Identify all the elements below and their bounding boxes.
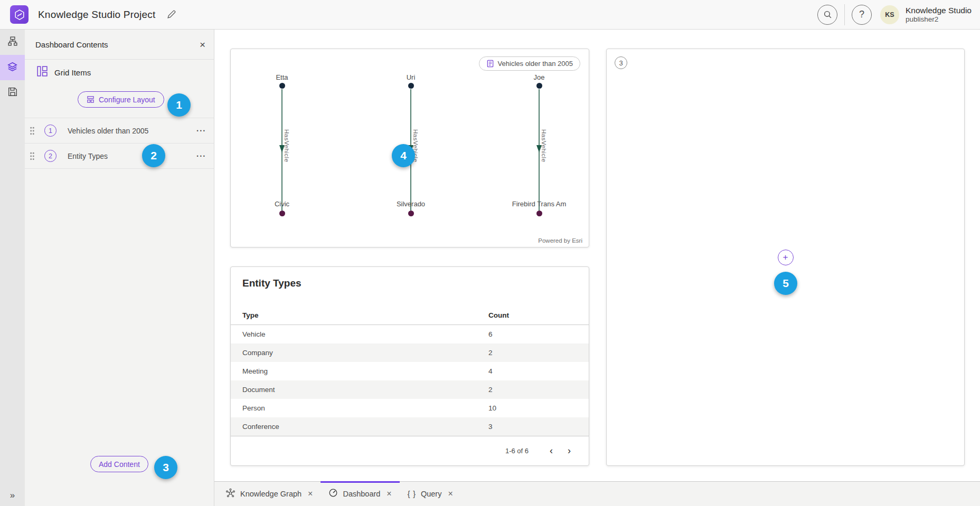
cell-count: 4 xyxy=(488,367,577,375)
table-header-row: Type Count xyxy=(231,305,589,324)
close-icon[interactable]: × xyxy=(200,40,205,50)
cell-count: 10 xyxy=(488,404,577,412)
empty-grid-slot-card[interactable]: 3 + xyxy=(606,49,965,466)
user-info[interactable]: Knowledge Studio publisher2 xyxy=(906,6,972,23)
dashboard-canvas: Vehicles older than 2005 Etta HasVehicle… xyxy=(214,30,980,481)
cell-type: Vehicle xyxy=(242,330,488,338)
cell-type: Company xyxy=(242,349,488,357)
graph-edge-etta-civic[interactable]: Etta HasVehicle Civic xyxy=(240,70,324,224)
table-row[interactable]: Document 2 xyxy=(231,380,589,399)
table-row[interactable]: Vehicle 6 xyxy=(231,325,589,343)
graph-edge-joe-firebird[interactable]: Joe HasVehicle Firebird Trans Am xyxy=(497,70,581,224)
cell-type: Meeting xyxy=(242,367,488,375)
user-avatar[interactable]: KS xyxy=(880,5,899,24)
node-label[interactable]: Silverado xyxy=(369,200,453,208)
panel-header: Dashboard Contents × xyxy=(25,30,214,60)
cell-type: Document xyxy=(242,386,488,394)
edge-label: HasVehicle xyxy=(541,129,547,163)
help-button[interactable]: ? xyxy=(852,5,872,25)
add-item-button[interactable]: + xyxy=(778,250,794,265)
entity-types-card[interactable]: Entity Types Type Count Vehicle 6 Compan… xyxy=(230,266,589,466)
grid-items-label: Grid Items xyxy=(54,68,91,77)
tab-label: Dashboard xyxy=(343,490,380,498)
user-role: publisher2 xyxy=(906,15,972,24)
drag-handle-icon[interactable] xyxy=(30,127,35,135)
save-icon xyxy=(8,87,17,99)
gauge-icon xyxy=(328,488,338,500)
entity-node[interactable] xyxy=(536,211,542,216)
sidebar-item-data-model[interactable] xyxy=(0,30,25,55)
cell-type: Person xyxy=(242,404,488,412)
tab-query[interactable]: { } Query × xyxy=(400,482,461,506)
entity-node[interactable] xyxy=(279,211,285,216)
pagination-range: 1-6 of 6 xyxy=(505,447,529,455)
close-tab-icon[interactable]: × xyxy=(308,490,313,498)
entity-node[interactable] xyxy=(408,211,414,216)
drag-handle-icon[interactable] xyxy=(30,152,35,160)
sidebar-item-dashboard-contents[interactable] xyxy=(0,55,25,80)
grid-item-list: 1 Vehicles older than 2005 ••• 2 Entity … xyxy=(25,118,214,169)
entity-node[interactable] xyxy=(408,83,414,89)
callout-badge-4: 4 xyxy=(392,144,415,167)
link-chart-source-chip[interactable]: Vehicles older than 2005 xyxy=(479,56,580,71)
search-button[interactable] xyxy=(817,5,837,25)
list-item-vehicles[interactable]: 1 Vehicles older than 2005 ••• xyxy=(25,118,214,144)
slot-number-badge: 3 xyxy=(615,56,627,69)
tab-knowledge-graph[interactable]: Knowledge Graph × xyxy=(218,482,321,506)
chevron-left-icon[interactable]: ‹ xyxy=(544,444,558,457)
item-label: Vehicles older than 2005 xyxy=(68,127,148,135)
node-label[interactable]: Joe xyxy=(497,73,581,81)
entity-types-table: Type Count Vehicle 6 Company 2 Meeting xyxy=(231,305,589,457)
chevron-right-icon[interactable]: › xyxy=(562,444,576,457)
column-header-type: Type xyxy=(242,311,488,319)
user-name: Knowledge Studio xyxy=(906,6,972,15)
tab-dashboard[interactable]: Dashboard × xyxy=(321,482,399,506)
table-row[interactable]: Meeting 4 xyxy=(231,362,589,380)
edit-title-icon[interactable] xyxy=(167,10,176,19)
list-item-entity-types[interactable]: 2 Entity Types ••• xyxy=(25,144,214,169)
sidebar-item-save[interactable] xyxy=(0,80,25,106)
item-options-icon[interactable]: ••• xyxy=(197,154,206,159)
node-label[interactable]: Etta xyxy=(240,73,324,81)
item-number-badge: 1 xyxy=(44,125,56,137)
edge-label: HasVehicle xyxy=(284,129,290,163)
entity-node[interactable] xyxy=(279,83,285,89)
add-content-label: Add Content xyxy=(99,460,140,469)
card-title: Entity Types xyxy=(231,267,589,289)
table-row[interactable]: Person 10 xyxy=(231,399,589,417)
configure-layout-button[interactable]: Configure Layout xyxy=(78,91,164,108)
header-actions: ? KS Knowledge Studio publisher2 xyxy=(817,4,972,25)
knowledge-studio-app: Knowledge Studio Project ? KS Knowledge … xyxy=(0,0,980,506)
tab-label: Knowledge Graph xyxy=(240,490,301,498)
expand-rail-button[interactable]: » xyxy=(0,490,25,501)
esri-attribution: Powered by Esri xyxy=(536,237,585,244)
knowledge-studio-logo-icon xyxy=(10,5,29,24)
cell-type: Conference xyxy=(242,423,488,431)
entity-node[interactable] xyxy=(536,83,542,89)
node-label[interactable]: Civic xyxy=(240,200,324,208)
braces-icon: { } xyxy=(408,490,416,498)
table-row[interactable]: Conference 3 xyxy=(231,417,589,436)
table-row[interactable]: Company 2 xyxy=(231,343,589,362)
node-label[interactable]: Firebird Trans Am xyxy=(497,200,581,208)
left-icon-rail: » xyxy=(0,30,25,506)
close-tab-icon[interactable]: × xyxy=(448,490,453,498)
table-pagination: 1-6 of 6 ‹ › xyxy=(231,436,589,457)
item-options-icon[interactable]: ••• xyxy=(197,128,206,133)
item-number-badge: 2 xyxy=(44,150,56,162)
close-tab-icon[interactable]: × xyxy=(387,490,391,498)
grid-items-section: Grid Items xyxy=(25,60,214,85)
item-label: Entity Types xyxy=(68,152,108,160)
header-divider xyxy=(844,4,845,25)
panel-title: Dashboard Contents xyxy=(35,40,108,49)
cell-count: 6 xyxy=(488,330,577,338)
knowledge-graph-icon xyxy=(225,488,235,500)
column-header-count: Count xyxy=(488,311,577,319)
callout-badge-3: 3 xyxy=(154,456,177,479)
sitemap-icon xyxy=(8,36,17,48)
view-tab-bar: Knowledge Graph × Dashboard × { } Query … xyxy=(214,481,980,506)
node-label[interactable]: Uri xyxy=(369,73,453,81)
add-content-button[interactable]: Add Content xyxy=(90,456,148,472)
cell-count: 3 xyxy=(488,423,577,431)
app-header: Knowledge Studio Project ? KS Knowledge … xyxy=(0,0,980,30)
